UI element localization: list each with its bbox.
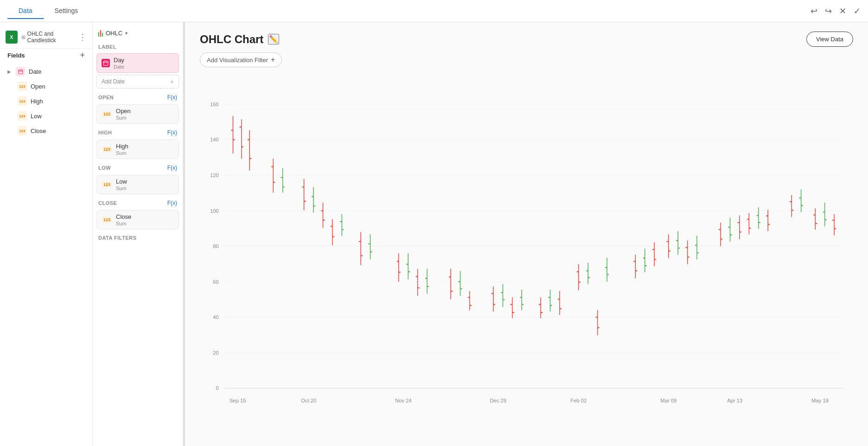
- svg-text:120: 120: [210, 172, 219, 178]
- add-date-button[interactable]: Add Date +: [96, 75, 179, 89]
- svg-text:Apr 13: Apr 13: [727, 398, 742, 403]
- field-low-label: Low: [31, 113, 42, 120]
- close-pill-sub: Sum: [116, 221, 131, 226]
- tab-settings[interactable]: Settings: [44, 3, 89, 19]
- close-pill-badge: 123: [102, 217, 112, 223]
- high-pill-badge: 123: [102, 147, 112, 152]
- edit-title-button[interactable]: ✏️: [268, 34, 279, 45]
- open-pill-sub: Sum: [116, 115, 131, 121]
- field-high[interactable]: 123 High: [0, 94, 92, 108]
- high-fx-button[interactable]: F(x): [167, 129, 177, 136]
- add-date-label: Add Date: [102, 78, 125, 85]
- more-options-button[interactable]: ⋮: [78, 33, 87, 41]
- ohlc-series-header[interactable]: OHLC ▾: [93, 26, 183, 40]
- svg-text:Nov 24: Nov 24: [395, 398, 412, 403]
- view-data-button[interactable]: View Data: [806, 32, 853, 47]
- close-fx-button[interactable]: F(x): [167, 200, 177, 206]
- low-field-pill[interactable]: 123 Low Sum: [96, 175, 179, 194]
- section-label-title: LABEL: [98, 44, 116, 50]
- svg-text:Mar 09: Mar 09: [660, 398, 677, 403]
- date-icon: [16, 67, 25, 76]
- confirm-button[interactable]: ✓: [854, 6, 861, 16]
- svg-text:100: 100: [210, 208, 219, 214]
- day-pill-content: Day Date: [114, 57, 124, 70]
- field-low[interactable]: 123 Low: [0, 108, 92, 123]
- high-field-pill[interactable]: 123 High Sum: [96, 140, 179, 159]
- open-pill-badge: 123: [102, 111, 112, 117]
- chart-wrapper: 0 20 40 60 80 100 120 140 160: [200, 75, 853, 437]
- low-pill-main: Low: [116, 178, 127, 185]
- y-axis: 0 20 40 60 80 100 120 140 160: [210, 102, 843, 391]
- candles: [231, 116, 836, 335]
- day-pill-main: Day: [114, 57, 124, 64]
- low-pill-badge: 123: [102, 182, 112, 187]
- close-button[interactable]: ✕: [839, 6, 846, 16]
- svg-text:Feb 02: Feb 02: [570, 398, 587, 403]
- num-icon-high: 123: [18, 96, 27, 106]
- ohlc-series-label: OHLC: [106, 30, 122, 37]
- svg-text:Oct 20: Oct 20: [301, 398, 316, 403]
- field-date[interactable]: ▶ Date: [0, 64, 92, 79]
- x-axis: Sep 15 Oct 20 Nov 24 Dec 29 Feb 02 Mar 0…: [230, 398, 829, 403]
- svg-rect-0: [18, 70, 22, 73]
- num-icon-low: 123: [18, 111, 27, 121]
- close-field-pill[interactable]: 123 Close Sum: [96, 210, 179, 229]
- svg-rect-4: [103, 61, 108, 65]
- close-pill-main: Close: [116, 213, 131, 220]
- field-close-label: Close: [31, 127, 46, 134]
- window-controls: ↩ ↪ ✕ ✓: [811, 6, 861, 16]
- section-high-title: HIGH: [98, 130, 112, 135]
- redo-button[interactable]: ↪: [825, 6, 832, 16]
- section-low: LOW F(x): [93, 161, 183, 173]
- svg-text:140: 140: [210, 137, 219, 142]
- fields-title: Fields: [7, 52, 25, 59]
- section-open-title: OPEN: [98, 95, 114, 100]
- svg-text:160: 160: [210, 102, 219, 107]
- day-field-pill[interactable]: Day Date: [96, 53, 179, 73]
- add-viz-filter-button[interactable]: Add Visualization Filter +: [200, 52, 282, 67]
- add-filter-label: Add Visualization Filter: [207, 57, 268, 64]
- svg-text:May 18: May 18: [811, 398, 829, 403]
- num-icon-close: 123: [18, 126, 27, 135]
- field-open[interactable]: 123 Open: [0, 79, 92, 94]
- source-file: X ⊞ OHLC and Candlestick: [6, 31, 78, 44]
- svg-text:80: 80: [213, 243, 218, 249]
- series-chevron-icon: ▾: [125, 31, 128, 36]
- field-open-label: Open: [31, 83, 45, 90]
- svg-text:Dec 29: Dec 29: [490, 398, 506, 403]
- open-fx-button[interactable]: F(x): [167, 94, 177, 101]
- left-sidebar: X ⊞ OHLC and Candlestick ⋮ Fields + ▶: [0, 22, 93, 446]
- chart-area: OHLC Chart ✏️ View Data Add Visualizatio…: [185, 22, 868, 446]
- field-close[interactable]: 123 Close: [0, 123, 92, 138]
- chart-header: OHLC Chart ✏️ View Data: [200, 32, 853, 47]
- section-close: CLOSE F(x): [93, 196, 183, 208]
- open-field-pill[interactable]: 123 Open Sum: [96, 104, 179, 124]
- section-data-filters-title: DATA FILTERS: [98, 235, 137, 241]
- fields-header: Fields +: [0, 49, 92, 64]
- low-pill-sub: Sum: [116, 185, 127, 191]
- svg-text:0: 0: [216, 385, 219, 391]
- section-label: LABEL: [93, 40, 183, 51]
- day-calendar-icon: [102, 59, 110, 67]
- tab-data[interactable]: Data: [7, 3, 44, 19]
- main-layout: X ⊞ OHLC and Candlestick ⋮ Fields + ▶: [0, 22, 868, 446]
- xlsx-icon: X: [6, 31, 18, 44]
- open-pill-main: Open: [116, 108, 131, 115]
- undo-button[interactable]: ↩: [811, 6, 817, 16]
- source-label: OHLC and Candlestick: [27, 31, 78, 44]
- section-low-title: LOW: [98, 165, 111, 171]
- num-icon-open: 123: [18, 82, 27, 91]
- svg-text:40: 40: [213, 314, 218, 320]
- add-field-button[interactable]: +: [80, 51, 85, 60]
- add-date-plus-icon: +: [170, 78, 174, 85]
- section-close-title: CLOSE: [98, 200, 117, 206]
- add-filter-plus-icon: +: [271, 56, 275, 64]
- ohlc-chart-svg: 0 20 40 60 80 100 120 140 160: [200, 75, 853, 437]
- tab-bar: Data Settings: [7, 3, 89, 19]
- svg-text:Sep 15: Sep 15: [230, 398, 246, 403]
- field-high-label: High: [31, 98, 43, 105]
- svg-text:20: 20: [213, 350, 218, 356]
- low-fx-button[interactable]: F(x): [167, 165, 177, 171]
- chart-title-group: OHLC Chart ✏️: [200, 33, 279, 46]
- section-open: OPEN F(x): [93, 90, 183, 102]
